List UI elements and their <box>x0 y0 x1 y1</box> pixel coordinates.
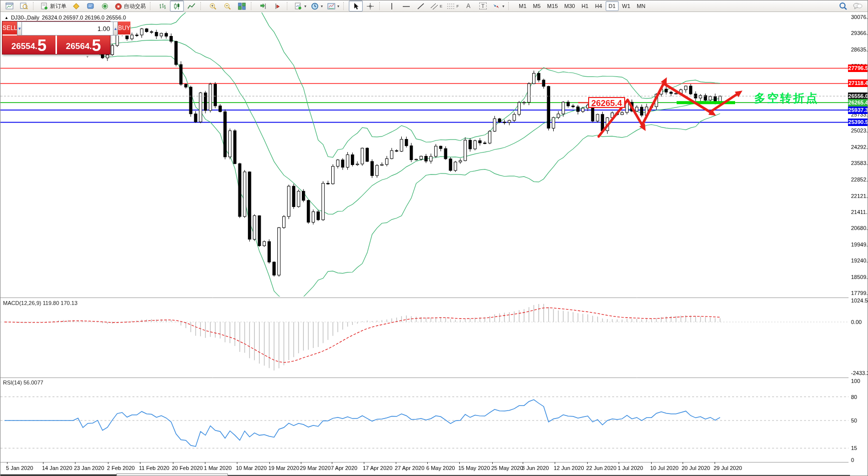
trendline-tool-button[interactable] <box>414 0 428 12</box>
vertical-line-tool-button[interactable] <box>385 0 399 12</box>
macd-indicator-label: MACD(12,26,9) 119.80 170.13 <box>3 300 77 306</box>
text-label-tool-button[interactable]: T <box>476 0 490 12</box>
symbol-ohlc-text: 26324.0 26597.0 26196.0 26556.0 <box>42 14 126 20</box>
price-axis-tick: 30076.0 <box>851 14 868 20</box>
new-order-button[interactable]: 新订单 <box>38 0 68 12</box>
date-axis-label: 20 Feb 2020 <box>172 465 203 471</box>
toolbar-separator <box>508 2 512 10</box>
date-axis-label: 29 Mar 2020 <box>300 465 331 471</box>
cursor-tool-button[interactable] <box>349 0 363 12</box>
price-level-label: 26265.4 <box>848 99 868 106</box>
timeframe-button-M1[interactable]: M1 <box>516 1 529 11</box>
terminal-button[interactable] <box>83 0 97 12</box>
chat-icon[interactable] <box>853 2 863 10</box>
rsi-indicator-label: RSI(14) 56.0077 <box>3 380 43 386</box>
channel-glyph: E <box>440 4 442 8</box>
channel-tool-button[interactable]: E <box>428 0 444 12</box>
price-level-label: 27796.5 <box>848 64 868 72</box>
date-axis-label: 10 Jul 2020 <box>650 465 679 471</box>
auto-scroll-button[interactable] <box>256 0 270 12</box>
templates-icon <box>327 2 335 10</box>
sell-button[interactable]: SELL <box>2 22 17 36</box>
volume-increase-button[interactable]: ▲ <box>113 22 118 36</box>
date-axis-label: 12 Jun 2020 <box>554 465 584 471</box>
price-axis-tick: 21411.5 <box>851 209 868 215</box>
line-chart-button[interactable] <box>184 0 198 12</box>
buy-button[interactable]: BUY <box>118 22 130 36</box>
terminal-icon <box>86 2 94 10</box>
rsi-axis-tick: 50 <box>851 418 857 424</box>
new-order-icon <box>40 2 48 10</box>
text-tool-button[interactable]: A <box>461 0 475 12</box>
bar-chart-button[interactable] <box>155 0 169 12</box>
price-axis-tick: 19949.5 <box>851 242 868 248</box>
templates-button[interactable]: ▾ <box>325 0 341 12</box>
candlestick-chart-button[interactable] <box>170 0 184 12</box>
macd-axis-tick: 0.00 <box>851 319 862 325</box>
fibonacci-tool-button[interactable]: F <box>445 0 461 12</box>
timeframe-button-D1[interactable]: D1 <box>606 1 619 11</box>
timeframe-button-M15[interactable]: M15 <box>544 1 561 11</box>
horizontal-scrollbar-line <box>228 475 850 476</box>
chart-shift-icon <box>274 2 282 10</box>
chevron-down-icon: ▾ <box>502 4 504 8</box>
zoom-out-button[interactable] <box>220 0 234 12</box>
turning-point-annotation: 多空转折点 <box>754 90 819 106</box>
crosshair-icon <box>366 2 374 10</box>
price-annotation-box[interactable]: 26265.4 <box>588 97 625 108</box>
autotrading-icon <box>114 2 122 10</box>
line-chart-icon <box>187 2 195 10</box>
trendline-icon <box>417 2 425 10</box>
autotrading-button[interactable]: 自动交易 <box>112 0 148 12</box>
periods-button[interactable]: ▾ <box>309 0 325 12</box>
indicators-button[interactable]: ▾ <box>292 0 308 12</box>
symbol-header: ▲ DJ30-,Daily 26324.0 26597.0 26196.0 26… <box>4 14 126 20</box>
panel-collapse-icon[interactable]: ▾ <box>86 54 88 59</box>
chevron-down-icon: ▾ <box>337 4 339 8</box>
zoom-in-button[interactable] <box>206 0 220 12</box>
timeframe-button-H1[interactable]: H1 <box>579 1 592 11</box>
search-icon[interactable] <box>839 2 848 10</box>
horizontal-line-tool-button[interactable] <box>399 0 413 12</box>
date-axis-label: 19 Mar 2020 <box>268 465 299 471</box>
timeframe-button-MN[interactable]: MN <box>634 1 648 11</box>
toolbar-separator <box>251 2 254 10</box>
price-axis-tick: 22121.0 <box>851 193 868 199</box>
crosshair-tool-button[interactable] <box>363 0 377 12</box>
metaeditor-button[interactable] <box>69 0 83 12</box>
price-axis-tick: 29366.5 <box>851 30 868 36</box>
price-axis-tick: 18509.0 <box>851 274 868 280</box>
date-axis-label: 22 Jun 2020 <box>586 465 617 471</box>
signals-button[interactable] <box>98 0 112 12</box>
chart-shift-button[interactable] <box>271 0 285 12</box>
volume-input[interactable] <box>22 22 113 36</box>
date-axis-label: 1 Mar 2020 <box>204 465 232 471</box>
arrows-tool-button[interactable]: ▾ <box>490 0 506 12</box>
buy-price-tile[interactable]: 26564 . 5 <box>57 36 110 54</box>
sell-price-tile[interactable]: 26554 . 5 <box>2 36 55 54</box>
timeframe-button-H4[interactable]: H4 <box>592 1 605 11</box>
timeframe-button-W1[interactable]: W1 <box>619 1 634 11</box>
volume-decrease-button[interactable]: ▼ <box>17 22 22 36</box>
date-axis-label: 27 Apr 2020 <box>395 465 424 471</box>
chart-window-button[interactable] <box>2 0 16 12</box>
tile-windows-button[interactable] <box>235 0 249 12</box>
timeframe-button-M5[interactable]: M5 <box>530 1 544 11</box>
timeframe-button-M30[interactable]: M30 <box>561 1 578 11</box>
arrows-icon <box>492 2 500 10</box>
horizontal-scrollbar-thumb[interactable] <box>116 474 228 476</box>
toolbar-separator <box>379 2 383 10</box>
bar-chart-icon <box>158 2 166 10</box>
toolbar-separator <box>287 2 290 10</box>
price-axis-tick: 28635.5 <box>851 46 868 52</box>
market-watch-button[interactable] <box>17 0 31 12</box>
zoom-out-icon <box>223 2 231 10</box>
price-level-label: 25937.3 <box>848 106 868 114</box>
date-axis-label: 20 Jul 2020 <box>682 465 710 471</box>
zoom-in-icon <box>209 2 217 10</box>
buy-price-main: 26564 <box>66 40 89 53</box>
chevron-down-icon: ▾ <box>321 4 323 8</box>
autotrading-label: 自动交易 <box>124 2 146 10</box>
tile-windows-icon <box>238 2 246 10</box>
cursor-icon <box>352 2 359 10</box>
